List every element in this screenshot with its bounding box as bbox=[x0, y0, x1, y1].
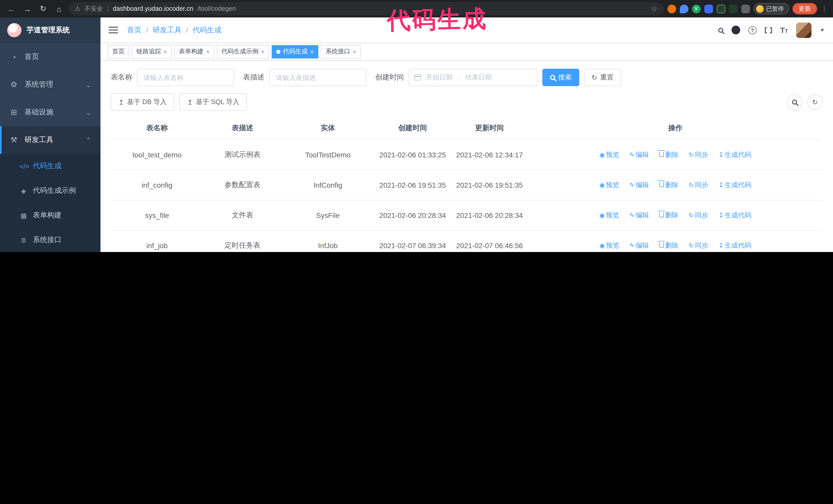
toggle-search-button[interactable] bbox=[787, 94, 802, 110]
example-icon: ◈ bbox=[20, 187, 28, 195]
sidebar-item-codegen-example[interactable]: ◈ 代码生成示例 bbox=[0, 178, 100, 203]
reset-button[interactable]: ↻ 重置 bbox=[584, 69, 621, 86]
bookmark-star-icon[interactable]: ☆ bbox=[651, 5, 658, 13]
delete-link[interactable]: 删除 bbox=[659, 241, 679, 249]
import-db-button[interactable]: ↥ 基于 DB 导入 bbox=[111, 93, 174, 111]
close-icon[interactable]: × bbox=[353, 48, 356, 55]
sidebar-item-form-builder[interactable]: ▦ 表单构建 bbox=[0, 203, 100, 227]
close-icon[interactable]: × bbox=[206, 48, 210, 55]
extension-icon-3[interactable]: V bbox=[692, 4, 700, 13]
generate-code-link[interactable]: ↧生成代码 bbox=[718, 151, 751, 159]
sidebar-item-api[interactable]: ≣ 系统接口 bbox=[0, 227, 100, 252]
cell-created-time: 2021-02-06 19:51:35 bbox=[374, 170, 451, 200]
close-icon[interactable]: × bbox=[261, 48, 264, 55]
sidebar-item-devtools[interactable]: ⚒ 研发工具 ⌃ bbox=[0, 126, 100, 154]
close-icon[interactable]: × bbox=[310, 48, 314, 55]
extension-icon-1[interactable] bbox=[667, 4, 676, 13]
tab-label: 首页 bbox=[112, 47, 124, 56]
tab-home[interactable]: 首页 bbox=[108, 45, 129, 58]
edit-link[interactable]: ✎编辑 bbox=[629, 181, 649, 189]
breadcrumb-devtools[interactable]: 研发工具 bbox=[153, 25, 182, 34]
address-bar[interactable]: ⚠ 不安全 | dashboard.yudao.iocoder.cn /tool… bbox=[69, 2, 664, 16]
sync-link[interactable]: ↻同步 bbox=[689, 181, 708, 189]
trash-icon bbox=[659, 182, 664, 187]
edit-link[interactable]: ✎编辑 bbox=[629, 211, 649, 219]
cell-actions: ◉预览 ✎编辑 删除 ↻同步 ↧生成代码 bbox=[528, 200, 823, 231]
cell-created-time: 2021-02-07 06:39:34 bbox=[374, 231, 451, 252]
app-logo[interactable]: 芋道管理系统 bbox=[0, 18, 100, 43]
home-icon[interactable]: ⌂ bbox=[53, 3, 65, 15]
extension-icon-2[interactable] bbox=[680, 4, 688, 13]
refresh-table-button[interactable]: ↻ bbox=[807, 94, 823, 110]
generate-code-link[interactable]: ↧生成代码 bbox=[718, 211, 751, 219]
page-content: 表名称 表描述 创建时间 开始日期 - 结束日期 搜索 bbox=[100, 61, 833, 252]
table-row: inf_job 定时任务表 InfJob 2021-02-07 06:39:34… bbox=[111, 231, 823, 252]
extension-icon-5[interactable] bbox=[716, 4, 725, 13]
tab-codegen[interactable]: 代码生成 × bbox=[272, 45, 318, 58]
delete-link[interactable]: 删除 bbox=[659, 211, 679, 219]
font-size-icon[interactable]: TT bbox=[780, 26, 788, 34]
tab-form-builder[interactable]: 表单构建 × bbox=[174, 45, 214, 58]
active-dot-icon bbox=[276, 49, 280, 54]
import-sql-button[interactable]: ↥ 基于 SQL 导入 bbox=[180, 93, 247, 111]
sidebar-item-system[interactable]: ⚙ 系统管理 ⌄ bbox=[0, 71, 100, 98]
cell-actions: ◉预览 ✎编辑 删除 ↻同步 ↧生成代码 bbox=[528, 170, 823, 200]
edit-link[interactable]: ✎编辑 bbox=[629, 151, 649, 159]
api-icon: ≣ bbox=[20, 236, 28, 244]
avatar-caret-icon[interactable]: ▼ bbox=[820, 27, 825, 33]
col-header-actions: 操作 bbox=[528, 117, 823, 140]
pencil-icon: ✎ bbox=[629, 242, 634, 249]
preview-link[interactable]: ◉预览 bbox=[599, 241, 619, 249]
tab-tracing[interactable]: 链路追踪 × bbox=[132, 45, 172, 58]
trash-icon bbox=[659, 212, 664, 217]
eye-icon: ◉ bbox=[599, 242, 605, 249]
fullscreen-icon[interactable] bbox=[765, 27, 772, 33]
cell-actions: ◉预览 ✎编辑 删除 ↻同步 ↧生成代码 bbox=[528, 231, 823, 252]
paused-badge[interactable]: 已暂停 bbox=[753, 3, 789, 14]
tab-codegen-example[interactable]: 代码生成示例 × bbox=[217, 45, 269, 58]
forward-icon[interactable]: → bbox=[21, 3, 33, 15]
search-icon[interactable] bbox=[718, 27, 723, 32]
delete-link[interactable]: 删除 bbox=[659, 151, 679, 159]
close-icon[interactable]: × bbox=[164, 48, 167, 55]
breadcrumb-separator: / bbox=[146, 26, 148, 34]
back-icon[interactable]: ← bbox=[5, 3, 18, 15]
table-row: inf_config 参数配置表 InfConfig 2021-02-06 19… bbox=[111, 170, 823, 200]
date-range-picker[interactable]: 开始日期 - 结束日期 bbox=[408, 69, 538, 86]
table-name-input[interactable] bbox=[137, 69, 234, 86]
table-desc-label: 表描述 bbox=[243, 73, 264, 82]
sidebar-item-home[interactable]: ◔ 首页 bbox=[0, 43, 100, 71]
delete-link[interactable]: 删除 bbox=[659, 181, 679, 189]
puzzle-extensions-icon[interactable] bbox=[741, 4, 750, 13]
reload-icon[interactable]: ↻ bbox=[37, 3, 49, 15]
sync-link[interactable]: ↻同步 bbox=[689, 151, 708, 159]
preview-link[interactable]: ◉预览 bbox=[599, 181, 619, 189]
tab-api[interactable]: 系统接口 × bbox=[321, 45, 361, 58]
chrome-update-button[interactable]: 更新 bbox=[792, 3, 817, 14]
github-icon[interactable] bbox=[732, 26, 740, 34]
edit-link[interactable]: ✎编辑 bbox=[629, 241, 649, 249]
table-desc-input[interactable] bbox=[269, 69, 366, 86]
search-button[interactable]: 搜索 bbox=[542, 69, 579, 86]
generate-code-link[interactable]: ↧生成代码 bbox=[718, 241, 751, 249]
sidebar-item-codegen[interactable]: </> 代码生成 bbox=[0, 154, 100, 178]
extension-icon-6[interactable] bbox=[729, 4, 737, 13]
warning-icon: ⚠ bbox=[75, 5, 80, 12]
dashboard-icon: ◔ bbox=[9, 52, 19, 61]
preview-link[interactable]: ◉预览 bbox=[599, 211, 619, 219]
preview-link[interactable]: ◉预览 bbox=[599, 151, 619, 159]
sidebar-item-infra[interactable]: ⊞ 基础设施 ⌄ bbox=[0, 98, 100, 126]
calendar-icon bbox=[414, 74, 421, 80]
generate-code-link[interactable]: ↧生成代码 bbox=[718, 181, 751, 189]
breadcrumb-home[interactable]: 首页 bbox=[127, 25, 142, 34]
sidebar-item-label: 代码生成 bbox=[33, 162, 62, 171]
sync-link[interactable]: ↻同步 bbox=[689, 211, 708, 219]
user-avatar[interactable] bbox=[796, 22, 811, 38]
sync-link[interactable]: ↻同步 bbox=[689, 241, 708, 249]
search-icon bbox=[792, 99, 797, 104]
extension-icon-4[interactable] bbox=[704, 4, 713, 13]
browser-menu-icon[interactable]: ⋮ bbox=[821, 5, 828, 13]
emoji-face-icon bbox=[756, 5, 764, 13]
hamburger-icon[interactable] bbox=[109, 27, 118, 33]
help-icon[interactable]: ? bbox=[748, 26, 757, 34]
